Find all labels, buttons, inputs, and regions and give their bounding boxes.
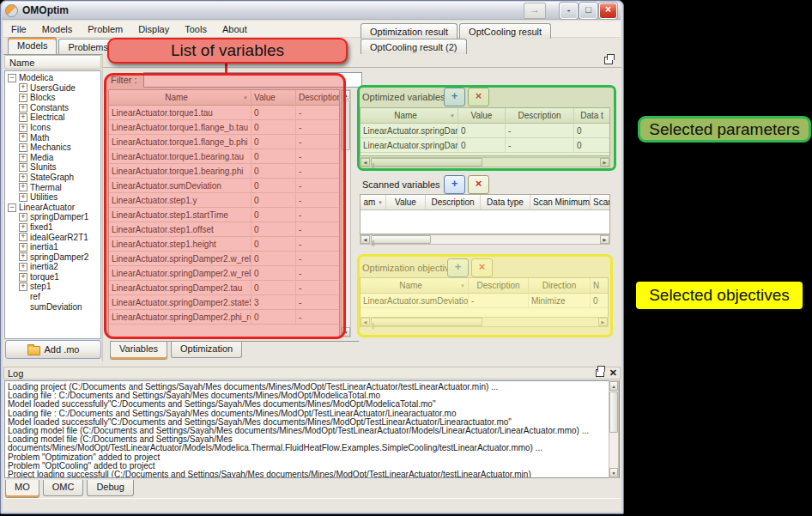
column-header-scan-minimum[interactable]: Scan Minimum <box>530 195 591 210</box>
add-mo-label: Add .mo <box>45 344 80 355</box>
tree-item[interactable]: Blocks <box>19 93 100 103</box>
tree-item[interactable]: ref <box>19 292 100 302</box>
expand-collapse-icon[interactable] <box>19 282 27 291</box>
models-problems-tabs: ModelsProblems <box>8 37 119 54</box>
expand-collapse-icon[interactable] <box>19 243 27 252</box>
expand-collapse-icon[interactable] <box>8 74 16 82</box>
tree-item[interactable]: springDamper1 <box>19 212 100 222</box>
tree-item[interactable]: Modelica <box>8 73 100 83</box>
tab[interactable]: Models <box>8 37 57 54</box>
editor-tab[interactable]: Variables <box>110 342 167 360</box>
add-mo-button[interactable]: Add .mo <box>5 340 101 359</box>
scanned-variables-hscrollbar[interactable]: ◀ ||| ▶ <box>360 234 610 245</box>
tree-item[interactable]: inertia1 <box>19 242 100 252</box>
tree-item-label: Thermal <box>30 183 62 193</box>
expand-collapse-icon[interactable] <box>19 83 27 92</box>
tree-item[interactable]: StateGraph <box>19 173 100 183</box>
title-bar[interactable]: OMOptim → - □ × <box>2 2 621 20</box>
log-header[interactable]: Log ✕ <box>3 367 621 379</box>
tree-item[interactable]: torque1 <box>19 272 100 282</box>
tree-item[interactable]: idealGearR2T1 <box>19 233 100 243</box>
log-tab[interactable]: Debug <box>87 480 133 496</box>
tree-item[interactable]: Media <box>19 153 100 163</box>
tree-column-header[interactable]: Name <box>4 55 101 70</box>
expand-collapse-icon[interactable] <box>19 94 27 102</box>
scrollbar-thumb[interactable]: ||| <box>371 235 431 244</box>
scroll-down-arrow[interactable]: ▼ <box>609 468 618 477</box>
tree-item-label: Electrical <box>30 112 65 123</box>
menu-item[interactable]: Problem <box>80 22 130 36</box>
column-header-value[interactable]: Value <box>386 195 426 210</box>
result-tab[interactable]: Optimization result <box>361 23 458 39</box>
tree-item-label: UsersGuide <box>30 83 76 94</box>
tree-item-label: inertia2 <box>30 262 58 272</box>
expand-collapse-icon[interactable] <box>19 273 27 282</box>
tree-item[interactable]: SIunits <box>19 162 100 173</box>
tree-item[interactable]: step1 <box>19 282 100 292</box>
scroll-right-arrow[interactable]: ▶ <box>600 235 609 244</box>
column-header-name[interactable]: am▼ <box>361 195 386 210</box>
menu-item[interactable]: File <box>3 22 34 36</box>
column-header-description[interactable]: Description <box>426 195 481 210</box>
parameters-callout: Selected parameters <box>638 116 811 143</box>
restore-window-icon[interactable] <box>604 57 613 64</box>
menu-item[interactable]: About <box>215 22 255 36</box>
expand-collapse-icon[interactable] <box>19 113 27 122</box>
tree-item[interactable]: Thermal <box>19 183 100 193</box>
tree-item[interactable]: Icons <box>19 123 100 133</box>
tree-item[interactable]: LinearActuator <box>8 203 100 213</box>
close-button[interactable]: × <box>599 3 617 19</box>
tree-item[interactable]: Electrical <box>19 112 100 123</box>
expand-collapse-icon[interactable] <box>19 263 27 271</box>
tree-item[interactable]: inertia2 <box>19 262 100 272</box>
log-scrollbar[interactable]: ▲ ▼ <box>609 380 619 478</box>
expand-collapse-icon[interactable] <box>19 213 27 222</box>
tree-item[interactable]: Mechanics <box>19 143 100 153</box>
expand-collapse-icon[interactable] <box>19 154 27 162</box>
expand-collapse-icon[interactable] <box>19 252 27 261</box>
log-tab[interactable]: MO <box>5 480 39 498</box>
column-header-datatype[interactable]: Data type <box>481 195 530 210</box>
result-tab[interactable]: OptCooling result <box>459 23 551 39</box>
tree-item[interactable]: Utilities <box>19 192 100 203</box>
expand-collapse-icon[interactable] <box>19 223 27 232</box>
tree-item[interactable]: sumDeviation <box>19 302 100 313</box>
expand-collapse-icon[interactable] <box>19 143 27 152</box>
scroll-up-arrow[interactable]: ▲ <box>609 381 618 391</box>
maximize-button[interactable]: □ <box>579 3 597 19</box>
scrollbar-thumb[interactable] <box>609 392 618 433</box>
expand-collapse-icon[interactable] <box>19 104 27 112</box>
tree-item[interactable]: Constants <box>19 103 100 113</box>
minimize-button[interactable]: - <box>560 3 578 19</box>
objectives-callout: Selected objectives <box>636 282 803 309</box>
scroll-left-arrow[interactable]: ◀ <box>361 235 370 244</box>
menu-item[interactable]: Tools <box>177 22 215 36</box>
close-dock-icon[interactable]: ✕ <box>609 369 617 377</box>
expand-collapse-icon[interactable] <box>19 163 27 172</box>
scanned-variables-header: am▼ Value Description Data type Scan Min… <box>361 195 609 210</box>
remove-scanned-variable-button[interactable]: × <box>468 175 489 194</box>
expand-collapse-icon[interactable] <box>19 173 27 182</box>
parameters-highlight-outline <box>357 85 616 171</box>
editor-tab[interactable]: Optimization <box>171 342 242 358</box>
expand-collapse-icon[interactable] <box>19 133 27 142</box>
tree-item[interactable]: springDamper2 <box>19 252 100 263</box>
result-tab[interactable]: OptCooling result (2) <box>361 39 467 54</box>
log-output[interactable]: Loading project (C:/Documents and Settin… <box>4 380 620 478</box>
float-dock-icon[interactable] <box>596 369 604 377</box>
expand-collapse-icon[interactable] <box>19 183 27 191</box>
tree-item[interactable]: Math <box>19 133 100 143</box>
expand-collapse-icon[interactable] <box>19 233 27 241</box>
expand-collapse-icon[interactable] <box>8 203 16 212</box>
expand-collapse-icon[interactable] <box>19 193 27 202</box>
menu-item[interactable]: Display <box>130 22 177 36</box>
add-scanned-variable-button[interactable]: + <box>444 175 465 194</box>
column-header-scan-maximum[interactable]: Scan M <box>591 195 609 210</box>
expand-collapse-icon[interactable] <box>19 124 27 132</box>
tree-item[interactable]: fixed1 <box>19 222 100 233</box>
tree-item-label: fixed1 <box>30 222 53 233</box>
forward-arrow-button[interactable]: → <box>524 3 546 19</box>
menu-item[interactable]: Models <box>34 22 80 36</box>
tree-item[interactable]: UsersGuide <box>19 83 100 94</box>
log-tab[interactable]: OMC <box>43 480 84 496</box>
